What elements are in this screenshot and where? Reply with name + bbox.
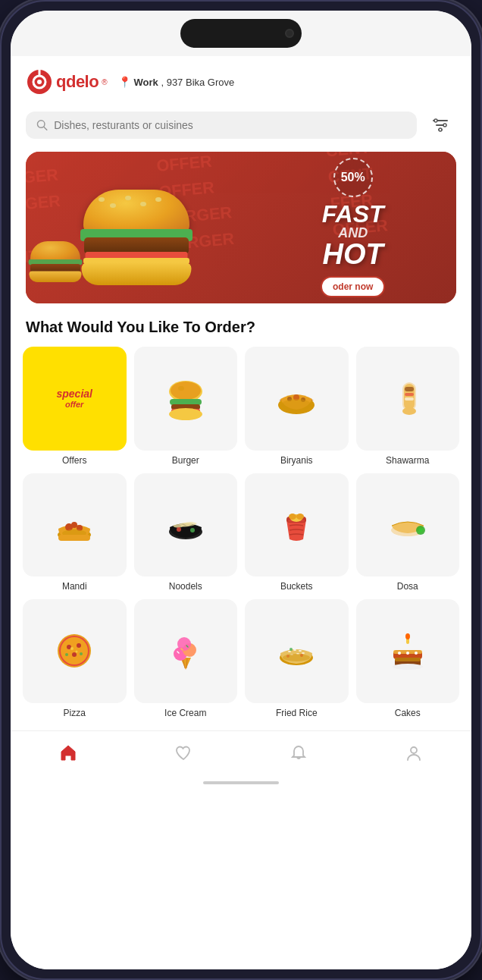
svg-rect-15 — [170, 399, 202, 405]
banner-title: FAST AND HOT — [322, 202, 384, 269]
category-label-dosa: Dosa — [397, 581, 418, 592]
svg-point-75 — [283, 654, 310, 661]
fast-text: FAST — [322, 202, 384, 226]
svg-rect-81 — [395, 658, 421, 661]
category-item-biryanis[interactable]: Biryanis — [245, 347, 349, 466]
svg-point-82 — [398, 652, 401, 655]
home-indicator-area — [11, 781, 471, 789]
camera-dot — [285, 29, 294, 38]
category-image-biryanis — [245, 347, 349, 451]
offer-text: offer — [65, 400, 83, 409]
svg-point-71 — [302, 652, 305, 654]
category-image-dosa — [356, 473, 460, 577]
svg-point-55 — [70, 647, 74, 650]
category-image-burger — [134, 347, 238, 451]
svg-point-72 — [290, 648, 293, 651]
category-item-cakes[interactable]: Cakes — [356, 599, 460, 718]
category-item-shawarma[interactable]: Shawarma — [356, 347, 460, 466]
logo-text: qdelo — [56, 72, 99, 92]
home-icon — [58, 743, 78, 763]
phone-frame: qdelo® 📍 Work , 937 Bika Grove — [0, 0, 482, 980]
svg-point-23 — [281, 399, 311, 411]
category-label-buckets: Buckets — [280, 581, 313, 592]
bell-icon — [289, 743, 308, 763]
nav-item-notifications[interactable] — [277, 740, 321, 766]
category-label-offers: Offers — [62, 455, 86, 466]
category-item-pizza[interactable]: Pizza — [23, 599, 127, 718]
svg-point-18 — [169, 408, 202, 420]
pizza-svg — [52, 629, 96, 673]
svg-point-14 — [178, 386, 184, 391]
filter-button[interactable] — [424, 109, 456, 141]
category-item-dosa[interactable]: Dosa — [356, 473, 460, 592]
category-label-shawarma: Shawarma — [386, 455, 429, 466]
search-input[interactable] — [54, 119, 406, 131]
category-item-buckets[interactable]: Buckets — [245, 473, 349, 592]
category-label-noodles: Noodels — [169, 581, 202, 592]
svg-rect-27 — [405, 393, 414, 396]
category-label-icecream: Ice Cream — [164, 708, 206, 718]
svg-point-2 — [37, 80, 42, 84]
category-image-shawarma — [356, 347, 460, 451]
category-item-noodles[interactable]: Noodels — [134, 473, 238, 592]
category-label-burger: Burger — [172, 455, 199, 466]
category-image-offers: special offer — [23, 347, 127, 451]
category-label-mandi: Mandi — [62, 581, 87, 592]
category-image-buckets — [245, 473, 349, 577]
search-icon — [36, 119, 48, 131]
nav-item-favorites[interactable] — [161, 740, 205, 766]
category-item-offers[interactable]: special offer Offers — [23, 347, 127, 466]
svg-point-49 — [61, 637, 88, 664]
phone-screen: qdelo® 📍 Work , 937 Bika Grove — [11, 11, 471, 969]
logo-area: qdelo® — [26, 68, 108, 96]
nav-item-home[interactable] — [46, 740, 90, 766]
logo-icon — [26, 68, 53, 96]
burger-svg — [164, 376, 208, 420]
svg-point-46 — [418, 528, 423, 532]
svg-point-77 — [405, 633, 410, 639]
category-label-pizza: Pizza — [64, 708, 86, 718]
category-item-burger[interactable]: Burger — [134, 347, 238, 466]
order-now-button[interactable]: oder now — [321, 276, 385, 297]
search-input-wrap[interactable] — [26, 112, 417, 139]
svg-point-52 — [72, 652, 77, 657]
svg-point-43 — [296, 514, 304, 520]
location-address: 937 Bika Grove — [167, 77, 235, 88]
promo-banner[interactable]: BURGER OFFER CENT BURGER OFFER CENT NT B… — [26, 152, 456, 303]
category-item-friedrice[interactable]: Fried Rice — [245, 599, 349, 718]
home-indicator — [203, 781, 279, 784]
notch-area — [11, 11, 471, 56]
svg-point-51 — [77, 643, 81, 648]
category-label-friedrice: Fried Rice — [276, 708, 318, 718]
mandi-svg — [52, 503, 96, 547]
svg-point-37 — [177, 527, 181, 532]
svg-point-33 — [71, 522, 77, 528]
category-label-cakes: Cakes — [395, 708, 421, 718]
svg-point-42 — [289, 514, 296, 520]
special-offer-content: special offer — [57, 388, 92, 409]
location-area[interactable]: 📍 Work , 937 Bika Grove — [118, 76, 235, 88]
discount-text: 50% — [341, 171, 365, 184]
filter-icon — [431, 116, 449, 134]
bucket-svg — [274, 503, 318, 547]
location-label: Work — [134, 77, 158, 88]
svg-point-13 — [171, 382, 201, 400]
svg-point-10 — [443, 124, 446, 127]
svg-point-56 — [76, 651, 78, 653]
screen-content: qdelo® 📍 Work , 937 Bika Grove — [11, 56, 471, 969]
nav-item-profile[interactable] — [392, 740, 436, 766]
svg-point-53 — [65, 653, 68, 656]
category-item-icecream[interactable]: Ice Cream — [134, 599, 238, 718]
category-grid: special offer Offers — [11, 347, 471, 730]
biryani-svg — [274, 376, 318, 420]
svg-point-9 — [434, 119, 437, 122]
location-pin-icon: 📍 — [118, 76, 131, 88]
dynamic-island — [180, 19, 302, 48]
location-text: Work , 937 Bika Grove — [134, 77, 235, 88]
category-item-mandi[interactable]: Mandi — [23, 473, 127, 592]
shawarma-svg — [386, 376, 430, 420]
category-image-icecream — [134, 599, 238, 703]
banner-background: BURGER OFFER CENT BURGER OFFER CENT NT B… — [26, 152, 456, 303]
svg-rect-26 — [405, 387, 414, 391]
person-icon — [404, 743, 424, 763]
